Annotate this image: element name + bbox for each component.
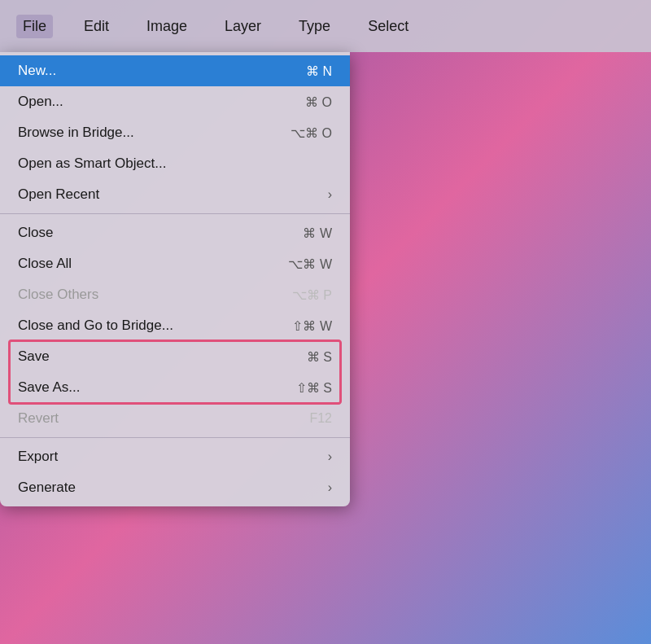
- menu-item-shortcut: ›: [328, 187, 332, 202]
- file-dropdown-menu: New...⌘ NOpen...⌘ OBrowse in Bridge...⌥⌘…: [0, 52, 350, 506]
- menubar-item-edit[interactable]: Edit: [77, 15, 116, 38]
- menubar-item-image[interactable]: Image: [140, 15, 194, 38]
- menubar-item-file[interactable]: File: [16, 15, 53, 38]
- menu-item-label: Revert: [18, 410, 59, 427]
- menu-item-bridge[interactable]: Browse in Bridge...⌥⌘ O: [0, 117, 350, 148]
- menu-item-shortcut: F12: [309, 411, 332, 426]
- menu-item-close-bridge[interactable]: Close and Go to Bridge...⇧⌘ W: [0, 310, 350, 341]
- menu-item-new[interactable]: New...⌘ N: [0, 55, 350, 86]
- menu-item-label: Export: [18, 449, 58, 465]
- menu-item-generate[interactable]: Generate›: [0, 472, 350, 503]
- menu-item-shortcut: ⌥⌘ O: [291, 125, 332, 141]
- menu-item-shortcut: ⌘ N: [306, 64, 332, 79]
- menu-item-save-as[interactable]: Save As...⇧⌘ S: [0, 372, 350, 403]
- menu-item-shortcut: ⇧⌘ S: [296, 380, 332, 396]
- menu-item-shortcut: ⇧⌘ W: [292, 318, 332, 334]
- menu-item-label: Close All: [18, 256, 72, 272]
- menu-item-smart-object[interactable]: Open as Smart Object...: [0, 148, 350, 179]
- menu-item-label: Close Others: [18, 287, 98, 303]
- menu-item-label: Save: [18, 348, 50, 365]
- menu-separator: [0, 437, 350, 438]
- menu-item-close[interactable]: Close⌘ W: [0, 217, 350, 248]
- menu-item-revert[interactable]: RevertF12: [0, 403, 350, 434]
- menu-item-label: Open Recent: [18, 186, 99, 203]
- menu-item-label: New...: [18, 63, 56, 79]
- menubar-item-layer[interactable]: Layer: [218, 15, 268, 38]
- menu-item-shortcut: ›: [328, 480, 332, 495]
- menu-item-label: Open as Smart Object...: [18, 156, 166, 172]
- menu-separator: [0, 213, 350, 214]
- menu-item-open-recent[interactable]: Open Recent›: [0, 179, 350, 210]
- menu-item-shortcut: ⌘ O: [305, 94, 332, 110]
- menubar-item-type[interactable]: Type: [292, 15, 337, 38]
- menu-bar: FileEditImageLayerTypeSelect: [0, 0, 651, 52]
- menu-item-shortcut: ⌘ S: [307, 349, 332, 365]
- menu-item-export[interactable]: Export›: [0, 441, 350, 472]
- menu-item-label: Close: [18, 225, 53, 241]
- menu-item-shortcut: ⌘ W: [303, 226, 332, 241]
- menu-item-label: Browse in Bridge...: [18, 125, 134, 141]
- menu-item-label: Open...: [18, 94, 63, 110]
- menu-item-shortcut: ›: [328, 449, 332, 464]
- menu-item-label: Save As...: [18, 379, 81, 396]
- menu-item-label: Close and Go to Bridge...: [18, 318, 173, 334]
- menu-item-close-all[interactable]: Close All⌥⌘ W: [0, 248, 350, 279]
- menu-item-open[interactable]: Open...⌘ O: [0, 86, 350, 117]
- menu-item-label: Generate: [18, 480, 76, 496]
- menu-item-close-others[interactable]: Close Others⌥⌘ P: [0, 279, 350, 310]
- menu-item-shortcut: ⌥⌘ W: [288, 256, 332, 272]
- menubar-item-select[interactable]: Select: [361, 15, 415, 38]
- menu-item-shortcut: ⌥⌘ P: [292, 287, 332, 303]
- menu-item-save[interactable]: Save⌘ S: [0, 341, 350, 372]
